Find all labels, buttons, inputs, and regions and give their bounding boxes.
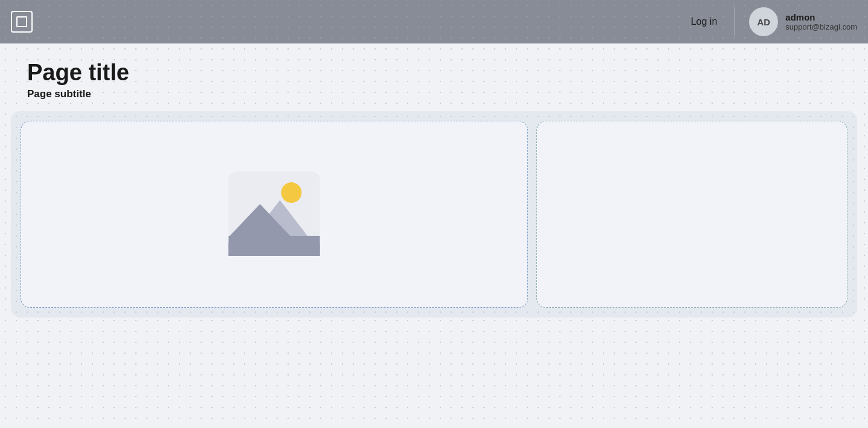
page-header: Page title Page subtitle: [0, 43, 868, 111]
main-content: [11, 111, 857, 318]
navbar: Log in AD admon support@bizagi.com: [0, 0, 868, 43]
svg-rect-5: [228, 243, 320, 256]
svg-point-3: [281, 182, 301, 203]
user-profile: AD admon support@bizagi.com: [749, 7, 857, 36]
image-placeholder-icon: [217, 163, 332, 266]
panel-left: [21, 121, 528, 308]
page-title: Page title: [27, 60, 841, 86]
navbar-right: Log in AD admon support@bizagi.com: [691, 7, 857, 36]
avatar: AD: [749, 7, 778, 36]
panels-row: [21, 121, 847, 308]
panel-right: [536, 121, 847, 308]
logo-inner: [16, 16, 27, 27]
user-info: admon support@bizagi.com: [785, 12, 857, 31]
user-email: support@bizagi.com: [785, 22, 857, 31]
logo-icon: [11, 11, 33, 33]
navbar-divider: [734, 7, 735, 36]
page-subtitle: Page subtitle: [27, 88, 841, 100]
login-button[interactable]: Log in: [691, 16, 735, 27]
user-name: admon: [785, 12, 857, 22]
